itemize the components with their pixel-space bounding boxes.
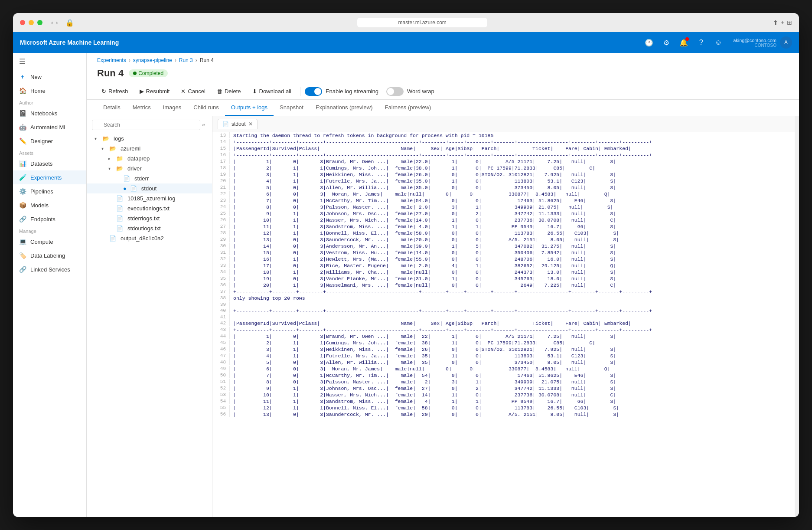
file-search-input[interactable]: [92, 120, 200, 130]
home-icon: 🏠: [19, 87, 26, 94]
tab-snapshot[interactable]: Snapshot: [274, 100, 310, 116]
node-icon: 📄: [116, 195, 123, 202]
app-header: Microsoft Azure Machine Learning 🕐 ⚙ 🔔 ?…: [13, 32, 799, 53]
tree-node-azureml[interactable]: ▾📂azureml: [87, 144, 212, 154]
breadcrumb-synapse-pipeline[interactable]: synapse-pipeline: [133, 57, 172, 63]
vertical-scrollbar[interactable]: [795, 116, 799, 517]
close-button[interactable]: [20, 20, 25, 25]
resubmit-button[interactable]: ▶ Resubmit: [135, 86, 174, 97]
line-number: 28: [212, 230, 230, 236]
sidebar-item-datasets[interactable]: 📊 Datasets: [13, 157, 86, 170]
tree-node-logs[interactable]: ▾📂logs: [87, 134, 212, 144]
sidebar-item-pipelines[interactable]: ⚙️ Pipelines: [13, 184, 86, 198]
node-icon: 📄: [130, 185, 137, 192]
tab-images[interactable]: Images: [157, 100, 188, 116]
sidebar-item-compute[interactable]: 💻 Compute: [13, 235, 86, 249]
sidebar-item-designer[interactable]: ✏️ Designer: [13, 134, 86, 148]
tab-metrics[interactable]: Metrics: [127, 100, 157, 116]
tabs-icon[interactable]: ⊞: [787, 19, 792, 26]
help-icon[interactable]: ?: [695, 36, 707, 49]
tree-node-10185_azureml.log[interactable]: 📄10185_azureml.log: [87, 193, 212, 203]
log-line: 16+-----------+--------+--------+-------…: [212, 152, 795, 158]
sidebar-item-label: Automated ML: [30, 124, 67, 131]
nav-forward-button[interactable]: ›: [56, 19, 58, 26]
tab-details[interactable]: Details: [97, 100, 127, 116]
word-wrap-toggle[interactable]: [386, 87, 404, 96]
sidebar-item-models[interactable]: 📦 Models: [13, 198, 86, 212]
avatar[interactable]: A: [780, 36, 792, 49]
delete-button[interactable]: 🗑 Delete: [212, 86, 245, 97]
log-tab-stdout[interactable]: 📄 stdout ✕: [218, 119, 258, 129]
sidebar-item-label: Linked Services: [30, 266, 70, 273]
line-number: 43: [212, 327, 230, 333]
sidebar-item-experiments[interactable]: 🧪 Experiments: [13, 170, 86, 184]
tab-fairness[interactable]: Fairness (preview): [378, 100, 437, 116]
maximize-button[interactable]: [37, 20, 42, 25]
sidebar-item-automated-ml[interactable]: 🤖 Automated ML: [13, 120, 86, 134]
node-icon: 📄: [116, 205, 123, 212]
tree-node-stdoutlogs.txt[interactable]: 📄stdoutlogs.txt: [87, 223, 212, 233]
line-number: 42: [212, 320, 230, 326]
tree-node-output_d8c1c0a2[interactable]: 📄output_d8c1c0a2: [87, 233, 212, 243]
breadcrumb-current: Run 4: [200, 57, 214, 63]
line-number: 16: [212, 152, 230, 158]
user-org: CONTOSO: [733, 43, 776, 48]
breadcrumb-experiments[interactable]: Experiments: [97, 57, 126, 63]
cancel-icon: ✕: [181, 88, 186, 95]
line-number: 15: [212, 145, 230, 151]
line-number: 21: [212, 184, 230, 190]
line-text: | 6| 0| 3| Moran, Mr. James| male|null| …: [230, 366, 614, 372]
refresh-button[interactable]: ↻ Refresh: [97, 86, 133, 97]
log-line: 30| 14| 0| 3|Andersson, Mr. An...| male|…: [212, 243, 795, 249]
tab-outputs-logs[interactable]: Outputs + logs: [225, 100, 274, 116]
models-icon: 📦: [19, 202, 26, 209]
line-number: 53: [212, 392, 230, 398]
tab-explanations[interactable]: Explanations (preview): [310, 100, 379, 116]
log-streaming-toggle[interactable]: [305, 87, 322, 96]
line-number: 24: [212, 204, 230, 210]
minimize-button[interactable]: [29, 20, 34, 25]
line-number: 33: [212, 262, 230, 268]
sidebar-item-linked-services[interactable]: 🔗 Linked Services: [13, 262, 86, 276]
download-all-button[interactable]: ⬇ Download all: [248, 86, 296, 97]
line-text: | 14| 0| 3|Andersson, Mr. An...| male|39…: [230, 243, 620, 249]
feedback-icon[interactable]: ☺: [712, 36, 724, 49]
breadcrumb: Experiments › synapse-pipeline › Run 3 ›…: [87, 53, 799, 65]
add-tab-icon[interactable]: +: [781, 19, 784, 26]
line-text: [230, 314, 237, 315]
sidebar-item-home[interactable]: 🏠 Home: [13, 84, 86, 98]
tab-child-runs[interactable]: Child runs: [187, 100, 225, 116]
collapse-panel-button[interactable]: «: [200, 121, 207, 129]
tree-node-executionlogs.txt[interactable]: 📄executionlogs.txt: [87, 203, 212, 213]
settings-icon[interactable]: ⚙: [660, 36, 672, 49]
cancel-button[interactable]: ✕ Cancel: [176, 86, 209, 97]
breadcrumb-run3[interactable]: Run 3: [179, 57, 193, 63]
nav-back-button[interactable]: ‹: [51, 19, 53, 26]
file-tab-icon: 📄: [222, 121, 229, 127]
history-icon[interactable]: 🕐: [643, 36, 655, 49]
line-text: | 5| 0| 3|Allen, Mr. Willia...| male|35.…: [230, 184, 620, 191]
line-number: 52: [212, 385, 230, 391]
log-line: 50| 7| 0| 1|McCarthy, Mr. Tim...| male| …: [212, 372, 795, 379]
tree-node-stderr[interactable]: 📄stderr: [87, 173, 212, 183]
notifications-icon[interactable]: 🔔: [678, 36, 690, 49]
main-content: Experiments › synapse-pipeline › Run 3 ›…: [87, 53, 799, 517]
node-label: stderrlogs.txt: [127, 215, 160, 222]
datasets-icon: 📊: [19, 160, 26, 167]
line-text: | 6| 0| 3| Moran, Mr. James| male|null| …: [230, 191, 614, 197]
sidebar-item-data-labeling[interactable]: 🏷️ Data Labeling: [13, 249, 86, 262]
tree-node-stdout[interactable]: ●📄stdout: [87, 183, 212, 193]
sidebar-item-new[interactable]: + New: [13, 70, 86, 84]
security-icon: 🔒: [65, 19, 74, 27]
log-content[interactable]: 13Starting the daemon thread to refresh …: [212, 132, 795, 517]
tree-node-dataprep[interactable]: ▸📁dataprep: [87, 154, 212, 164]
line-number: 49: [212, 366, 230, 372]
sidebar-hamburger[interactable]: ☰: [13, 53, 86, 70]
url-bar[interactable]: master.ml.azure.com: [357, 18, 487, 27]
sidebar-item-endpoints[interactable]: 🔗 Endpoints: [13, 212, 86, 226]
resubmit-icon: ▶: [140, 88, 144, 95]
log-tab-close-button[interactable]: ✕: [248, 121, 253, 127]
sidebar-item-notebooks[interactable]: 📓 Notebooks: [13, 106, 86, 120]
tree-node-stderrlogs.txt[interactable]: 📄stderrlogs.txt: [87, 213, 212, 223]
tree-node-driver[interactable]: ▾📂driver: [87, 164, 212, 173]
